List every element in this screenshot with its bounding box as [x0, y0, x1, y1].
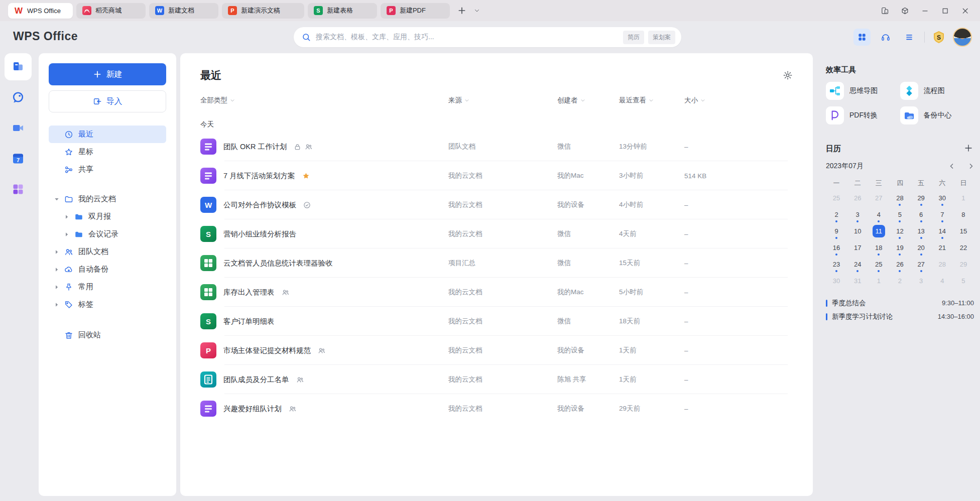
calendar-day[interactable]: 29	[953, 256, 974, 273]
calendar-day[interactable]: 2	[889, 273, 910, 289]
calendar-next-button[interactable]	[968, 163, 974, 169]
calendar-day[interactable]: 1	[868, 273, 889, 289]
calendar-day[interactable]: 6	[911, 206, 932, 223]
calendar-day[interactable]: 1	[953, 190, 974, 206]
search-hot-tag[interactable]: 策划案	[648, 31, 675, 44]
calendar-day[interactable]: 3	[847, 206, 868, 223]
import-button[interactable]: 导入	[49, 90, 166, 112]
sidebar-tree-item[interactable]: 团队文档	[49, 243, 166, 261]
filter-dropdown[interactable]: 全部类型	[200, 96, 235, 105]
tool-flowchart[interactable]: 流程图	[900, 82, 974, 100]
caret-right-icon[interactable]	[64, 214, 69, 219]
tab[interactable]: S新建表格	[308, 3, 377, 19]
rail-item-chat[interactable]	[5, 84, 32, 111]
tab[interactable]: P新建PDF	[381, 3, 450, 19]
sidebar-item[interactable]: 星标	[49, 143, 166, 161]
filter-dropdown[interactable]: 创建者	[557, 96, 585, 105]
caret-right-icon[interactable]	[54, 267, 59, 272]
tab[interactable]: 稻壳商城	[76, 3, 146, 19]
calendar-day[interactable]: 24	[847, 256, 868, 273]
calendar-day[interactable]: 9	[826, 223, 847, 239]
calendar-day[interactable]: 4	[868, 206, 889, 223]
maximize-button[interactable]	[938, 4, 952, 18]
caret-down-icon[interactable]	[54, 197, 59, 202]
calendar-day[interactable]: 28	[932, 256, 953, 273]
file-row[interactable]: 兴趣爱好组队计划 我的云文档 我的设备 29天前 –	[200, 394, 793, 423]
calendar-day[interactable]: 4	[932, 273, 953, 289]
close-button[interactable]	[958, 4, 972, 18]
calendar-day[interactable]: 16	[826, 239, 847, 256]
calendar-day[interactable]: 19	[889, 239, 910, 256]
vip-badge-icon[interactable]: S	[931, 30, 946, 45]
tool-backup-center[interactable]: 备份中心	[900, 106, 974, 124]
sidebar-tree-item[interactable]: 自动备份	[49, 261, 166, 278]
calendar-day[interactable]: 27	[911, 256, 932, 273]
calendar-day[interactable]: 23	[826, 256, 847, 273]
calendar-day[interactable]: 29	[911, 190, 932, 206]
apps-grid-button[interactable]	[853, 29, 871, 46]
calendar-day[interactable]: 17	[847, 239, 868, 256]
caret-right-icon[interactable]	[54, 285, 59, 290]
sidebar-item-trash[interactable]: 回收站	[49, 326, 166, 344]
tab[interactable]: WWPS Office	[8, 3, 73, 19]
calendar-day[interactable]: 10	[847, 223, 868, 239]
file-row[interactable]: 团队成员及分工名单 我的云文档 陈旭 共享 1天前 –	[200, 365, 793, 394]
sidebar-item[interactable]: 最近	[49, 126, 166, 143]
calendar-prev-button[interactable]	[949, 163, 955, 169]
calendar-day[interactable]: 30	[932, 190, 953, 206]
sidebar-tree-item[interactable]: 会议记录	[49, 225, 166, 243]
calendar-day[interactable]: 22	[953, 239, 974, 256]
add-event-button[interactable]	[964, 144, 974, 154]
calendar-day[interactable]: 28	[889, 190, 910, 206]
tab-list-chevron-button[interactable]	[470, 4, 483, 17]
rail-item-docs[interactable]	[5, 53, 32, 80]
caret-right-icon[interactable]	[64, 232, 69, 237]
file-row[interactable]: 7 月线下活动策划方案 我的云文档 我的Mac 3小时前 514 KB	[200, 161, 793, 190]
tool-pdf-convert[interactable]: PDF转换	[826, 106, 900, 124]
file-row[interactable]: W公司对外合作协议模板 我的云文档 我的设备 4小时前 –	[200, 190, 793, 219]
calendar-day[interactable]: 14	[932, 223, 953, 239]
calendar-day[interactable]: 27	[868, 190, 889, 206]
user-avatar[interactable]	[953, 28, 972, 47]
rail-item-meeting[interactable]	[5, 114, 32, 142]
filter-dropdown[interactable]: 来源	[448, 96, 469, 105]
filter-dropdown[interactable]: 最近查看	[619, 96, 654, 105]
file-row[interactable]: 云文档管人员信息统计表理器验收 项目汇总 微信 15天前 –	[200, 248, 793, 278]
calendar-day[interactable]: 2	[826, 206, 847, 223]
sidebar-tree-item[interactable]: 双月报	[49, 208, 166, 225]
menu-lines-button[interactable]	[901, 29, 918, 46]
calendar-day[interactable]: 26	[889, 256, 910, 273]
sidebar-tree-item[interactable]: 我的云文档	[49, 190, 166, 208]
headset-button[interactable]	[877, 29, 894, 46]
calendar-day[interactable]: 11	[868, 223, 889, 239]
caret-right-icon[interactable]	[54, 249, 59, 255]
device-sync-button[interactable]	[878, 4, 892, 18]
calendar-day[interactable]: 13	[911, 223, 932, 239]
file-row[interactable]: 团队 OKR 工作计划 团队文档 微信 13分钟前 –	[200, 132, 793, 161]
file-row[interactable]: S客户订单明细表 我的云文档 微信 18天前 –	[200, 307, 793, 336]
caret-right-icon[interactable]	[54, 302, 59, 307]
calendar-day[interactable]: 8	[953, 206, 974, 223]
calendar-day[interactable]: 20	[911, 239, 932, 256]
calendar-day[interactable]: 31	[847, 273, 868, 289]
calendar-day[interactable]: 15	[953, 223, 974, 239]
calendar-day[interactable]: 7	[932, 206, 953, 223]
calendar-day[interactable]: 25	[826, 190, 847, 206]
calendar-day[interactable]: 25	[868, 256, 889, 273]
calendar-day[interactable]: 21	[932, 239, 953, 256]
search-hot-tag[interactable]: 简历	[623, 31, 644, 44]
file-row[interactable]: P市场主体登记提交材料规范 我的云文档 我的设备 1天前 –	[200, 336, 793, 365]
calendar-event[interactable]: 季度总结会9:30–11:00	[826, 296, 974, 310]
calendar-day[interactable]: 5	[889, 206, 910, 223]
sidebar-tree-item[interactable]: 标签	[49, 296, 166, 313]
file-row[interactable]: S营销小组业绩分析报告 我的云文档 微信 4天前 –	[200, 219, 793, 248]
tab[interactable]: P新建演示文稿	[222, 3, 304, 19]
sidebar-item[interactable]: 共享	[49, 161, 166, 178]
file-row[interactable]: 库存出入管理表 我的云文档 我的Mac 5小时前 –	[200, 278, 793, 307]
workspace-cube-button[interactable]	[898, 4, 912, 18]
settings-gear-icon[interactable]	[783, 70, 793, 80]
new-tab-button[interactable]	[455, 4, 468, 17]
new-document-button[interactable]: 新建	[49, 63, 166, 85]
calendar-day[interactable]: 18	[868, 239, 889, 256]
calendar-day[interactable]: 26	[847, 190, 868, 206]
